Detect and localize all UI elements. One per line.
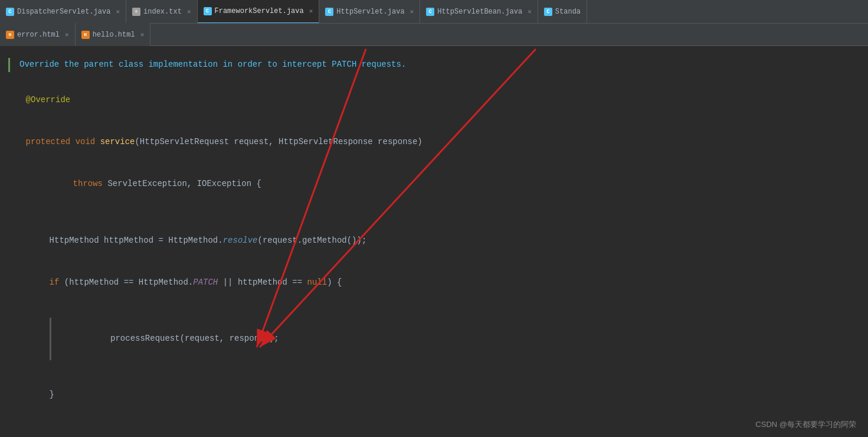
java-icon: C: [426, 8, 434, 16]
tab-indextxt[interactable]: ≡ index.txt ✕: [126, 0, 197, 24]
exceptions-text: ServletException, IOException {: [107, 179, 261, 188]
tab-close-icon[interactable]: ✕: [65, 31, 69, 38]
code-blank-1: [6, 206, 856, 220]
close-brace-if: }: [50, 390, 54, 399]
tab-close-icon[interactable]: ✕: [116, 8, 120, 15]
if-cond-start: (httpMethod == HttpMethod.: [64, 278, 193, 287]
tab-httpservlet[interactable]: C HttpServlet.java ✕: [319, 0, 420, 24]
txt-icon: ≡: [132, 8, 140, 16]
tab-label: Standa: [555, 8, 581, 16]
code-line-httpmethod: HttpMethod httpMethod = HttpMethod.resol…: [6, 220, 856, 262]
void-keyword: void: [76, 137, 100, 146]
code-line-method-sig: protected void service(HttpServletReques…: [6, 121, 856, 163]
tab-close-icon[interactable]: ✕: [140, 31, 145, 38]
comment-block: Override the parent class implementation…: [8, 58, 856, 72]
java-icon: C: [204, 7, 212, 15]
tab-label: FrameworkServlet.java: [215, 7, 304, 15]
code-line-else: else {: [6, 431, 856, 437]
tab-close-icon[interactable]: ✕: [309, 7, 313, 15]
if-keyword: if: [50, 278, 64, 287]
tab-bar-row1: C DispatcherServlet.java ✕ ≡ index.txt ✕…: [0, 0, 868, 24]
tab-hellohtml[interactable]: H hello.html ✕: [76, 23, 151, 47]
java-icon: C: [325, 8, 333, 16]
tab-close-icon[interactable]: ✕: [187, 8, 191, 15]
annotation-keyword: @Override: [26, 95, 71, 105]
code-line-close-if: }: [6, 374, 856, 416]
httpmethod-decl: HttpMethod httpMethod = HttpMethod.: [50, 236, 223, 245]
tab-frameworkservlet[interactable]: C FrameworkServlet.java ✕: [198, 0, 320, 24]
code-line-processrequest: processRequest(request, response);: [6, 304, 856, 374]
protected-keyword: protected: [26, 137, 76, 146]
tab-dispatcherservlet[interactable]: C DispatcherServlet.java ✕: [0, 0, 126, 24]
tab-label: index.txt: [143, 8, 182, 16]
throws-keyword: throws: [73, 179, 108, 188]
tab-errorhtml[interactable]: H error.html ✕: [0, 23, 76, 47]
code-line-if: if (httpMethod == HttpMethod.PATCH || ht…: [6, 262, 856, 304]
code-line-annotation: @Override: [6, 79, 856, 121]
tab-close-icon[interactable]: ✕: [410, 8, 414, 15]
html-icon: H: [81, 31, 90, 39]
tab-label: HttpServlet.java: [336, 8, 404, 16]
code-editor[interactable]: Override the parent class implementation…: [0, 46, 868, 437]
resolve-method: resolve: [223, 236, 258, 245]
code-line-throws: throws ServletException, IOException {: [6, 164, 856, 206]
code-blank-2: [6, 416, 856, 431]
patch-const: PATCH: [193, 278, 218, 287]
java-icon: C: [6, 8, 14, 16]
tab-label: error.html: [17, 31, 60, 39]
service-method: service: [100, 137, 135, 146]
tab-bar-row2: H error.html ✕ H hello.html ✕: [0, 24, 868, 46]
processrequest-call: processRequest(request, response);: [87, 334, 279, 343]
java-icon: C: [544, 8, 552, 16]
tab-label: DispatcherServlet.java: [17, 8, 110, 16]
method-params: (HttpServletRequest request, HttpServlet…: [135, 137, 422, 146]
watermark: CSDN @每天都要学习的阿荣: [755, 418, 856, 431]
if-or: || httpMethod ==: [218, 278, 307, 287]
tab-label: HttpServletBean.java: [437, 8, 522, 16]
tab-standa[interactable]: C Standa: [538, 0, 587, 24]
tab-httpservletbean[interactable]: C HttpServletBean.java ✕: [420, 0, 538, 24]
resolve-args: (request.getMethod());: [257, 236, 366, 245]
tab-label: hello.html: [93, 31, 135, 39]
comment-text: Override the parent class implementation…: [19, 60, 406, 69]
if-end: ) {: [327, 278, 342, 287]
tab-close-icon[interactable]: ✕: [528, 8, 532, 15]
null-keyword: null: [307, 278, 327, 287]
html-icon: H: [6, 31, 14, 39]
